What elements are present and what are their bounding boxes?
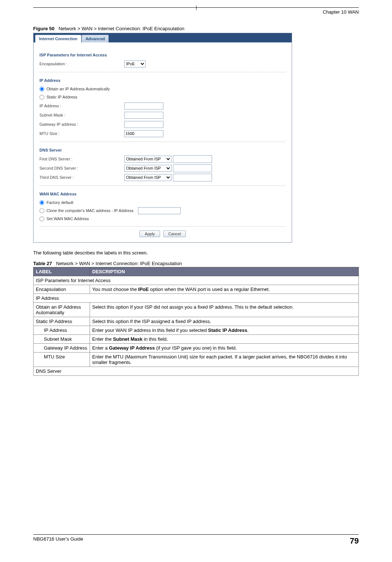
mac-clone-input[interactable] xyxy=(138,207,181,214)
mtu-size-label: MTU Size : xyxy=(39,131,124,136)
encapsulation-select[interactable]: IPoE xyxy=(124,60,146,67)
table-label-cell: Obtain an IP Address Automatically xyxy=(34,303,90,317)
mac-set-radio[interactable] xyxy=(39,216,44,221)
footer-guide: NBG6716 User's Guide xyxy=(33,536,83,546)
static-ip-label: Static IP Address xyxy=(46,95,77,99)
table-span-cell: DNS Server xyxy=(34,367,359,376)
tabs-bar: Internet Connection Advanced xyxy=(34,33,292,42)
table-row: Static IP AddressSelect this option If t… xyxy=(34,317,359,326)
ip-address-input[interactable] xyxy=(124,103,163,110)
cancel-button[interactable]: Cancel xyxy=(163,230,185,237)
table-row: EncapsulationYou must choose the IPoE op… xyxy=(34,285,359,294)
mac-clone-label: Clone the computer's MAC address - IP Ad… xyxy=(46,208,133,213)
description-table: LABEL DESCRIPTION ISP Parameters for Int… xyxy=(33,267,359,376)
table-label-cell: Subnet Mask xyxy=(34,335,90,344)
intro-text: The following table describes the labels… xyxy=(33,250,359,256)
section-isp-title: ISP Parameters for Internet Access xyxy=(39,53,286,57)
table-row: Gateway IP AddressEnter a Gateway IP Add… xyxy=(34,344,359,353)
mac-factory-radio[interactable] xyxy=(39,200,44,205)
table-caption-text: Network > WAN > Internet Connection: IPo… xyxy=(56,261,182,266)
subnet-mask-label: Subnet Mask : xyxy=(39,113,124,117)
subnet-mask-input[interactable] xyxy=(124,112,163,119)
table-desc-cell: You must choose the IPoE option when the… xyxy=(90,285,359,294)
table-row: IP Address xyxy=(34,294,359,303)
ip-address-label: IP Address : xyxy=(39,104,124,108)
gateway-ip-input[interactable] xyxy=(124,121,163,128)
table-label-cell: IP Address xyxy=(34,326,90,335)
third-dns-label: Third DNS Server : xyxy=(39,175,124,180)
table-row: Subnet MaskEnter the Subnet Mask in this… xyxy=(34,335,359,344)
table-label-cell: MTU Size xyxy=(34,353,90,367)
figure-label: Figure 50 xyxy=(33,26,55,31)
encapsulation-label: Encapsulation : xyxy=(39,62,124,66)
first-dns-label: First DNS Server : xyxy=(39,157,124,161)
second-dns-label: Second DNS Server : xyxy=(39,166,124,170)
third-dns-input[interactable] xyxy=(173,174,212,181)
third-dns-select[interactable]: Obtained From ISP xyxy=(124,174,171,181)
table-desc-cell: Select this option If your ISP did not a… xyxy=(90,303,359,317)
table-desc-cell: Enter your WAN IP address in this field … xyxy=(90,326,359,335)
chapter-header: Chapter 10 WAN xyxy=(33,9,359,15)
table-desc-cell: Select this option If the ISP assigned a… xyxy=(90,317,359,326)
table-desc-cell: Enter the MTU (Maximum Transmission Unit… xyxy=(90,353,359,367)
gateway-ip-label: Gateway IP address : xyxy=(39,122,124,126)
section-dns-title: DNS Server xyxy=(39,148,286,152)
mac-set-label: Set WAN MAC Address xyxy=(46,216,89,221)
table-label-cell: Encapsulation xyxy=(34,285,90,294)
mac-factory-label: Factory default xyxy=(46,200,73,205)
table-desc-cell: Enter a Gateway IP Address (if your ISP … xyxy=(90,344,359,353)
figure-caption-text: Network > WAN > Internet Connection: IPo… xyxy=(59,26,184,31)
table-span-cell: ISP Parameters for Internet Access xyxy=(34,276,359,285)
table-row: DNS Server xyxy=(34,367,359,376)
page-footer: NBG6716 User's Guide 79 xyxy=(33,534,359,546)
table-span-cell: IP Address xyxy=(34,294,359,303)
table-row: MTU SizeEnter the MTU (Maximum Transmiss… xyxy=(34,353,359,367)
static-ip-radio[interactable] xyxy=(39,95,44,100)
table-row: IP AddressEnter your WAN IP address in t… xyxy=(34,326,359,335)
second-dns-select[interactable]: Obtained From ISP xyxy=(124,165,171,172)
first-dns-input[interactable] xyxy=(173,155,212,163)
table-desc-cell: Enter the Subnet Mask in this field. xyxy=(90,335,359,344)
obtain-ip-auto-label: Obtain an IP Address Automatically xyxy=(46,87,110,91)
screenshot: Internet Connection Advanced ISP Paramet… xyxy=(33,33,292,243)
section-ip-title: IP Address xyxy=(39,78,286,83)
table-row: ISP Parameters for Internet Access xyxy=(34,276,359,285)
tab-advanced[interactable]: Advanced xyxy=(81,35,109,42)
obtain-ip-auto-radio[interactable] xyxy=(39,87,44,91)
figure-caption: Figure 50 Network > WAN > Internet Conne… xyxy=(33,26,359,31)
footer-page-number: 79 xyxy=(350,536,359,546)
first-dns-select[interactable]: Obtained From ISP xyxy=(124,156,171,163)
mtu-size-input[interactable] xyxy=(124,130,163,137)
apply-button[interactable]: Apply xyxy=(139,230,160,237)
mac-clone-radio[interactable] xyxy=(39,208,44,213)
table-caption: Table 27 Network > WAN > Internet Connec… xyxy=(33,261,359,266)
th-label: LABEL xyxy=(34,267,90,276)
table-label-cell: Gateway IP Address xyxy=(34,344,90,353)
table-label-cell: Static IP Address xyxy=(34,317,90,326)
tab-internet-connection[interactable]: Internet Connection xyxy=(35,35,81,42)
th-description: DESCRIPTION xyxy=(90,267,359,276)
second-dns-input[interactable] xyxy=(173,164,212,172)
table-label: Table 27 xyxy=(33,261,52,266)
table-row: Obtain an IP Address AutomaticallySelect… xyxy=(34,303,359,317)
section-mac-title: WAN MAC Address xyxy=(39,192,286,196)
